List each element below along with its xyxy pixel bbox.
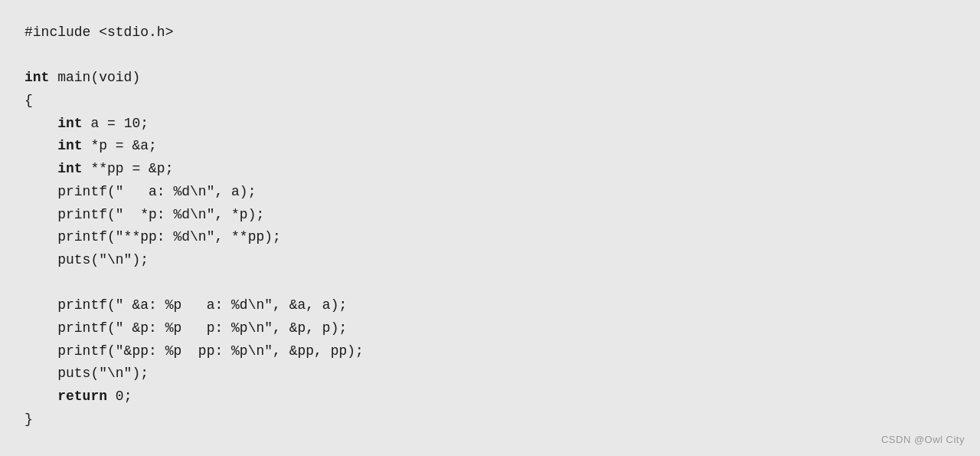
code-line-3: int main(void)	[24, 70, 140, 85]
code-line-15: printf("&pp: %p pp: %p\n", &pp, pp);	[24, 343, 364, 359]
code-line-8: printf(" a: %d\n", a);	[24, 184, 256, 199]
code-container: #include <stdio.h> int main(void) { int …	[0, 0, 980, 456]
code-line-18: }	[24, 412, 33, 427]
code-line-6: int *p = &a;	[24, 138, 157, 153]
code-line-9: printf(" *p: %d\n", *p);	[24, 207, 264, 222]
code-line-5: int a = 10;	[24, 116, 149, 131]
code-line-11: puts("\n");	[24, 252, 149, 267]
watermark: CSDN @Owl City	[881, 434, 965, 445]
code-line-10: printf("**pp: %d\n", **pp);	[24, 229, 281, 244]
code-line-4: {	[24, 93, 33, 108]
code-line-14: printf(" &p: %p p: %p\n", &p, p);	[24, 320, 347, 336]
code-line-13: printf(" &a: %p a: %d\n", &a, a);	[24, 297, 347, 313]
code-block: #include <stdio.h> int main(void) { int …	[24, 21, 956, 431]
code-line-7: int **pp = &p;	[24, 161, 173, 176]
code-line-1: #include <stdio.h>	[24, 25, 173, 40]
code-line-17: return 0;	[24, 389, 132, 404]
code-line-16: puts("\n");	[24, 366, 149, 381]
